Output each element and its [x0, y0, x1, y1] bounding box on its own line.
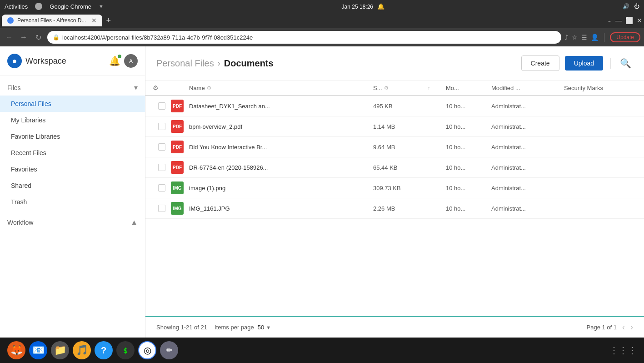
table-header-row: ⚙ Name ⚙ S... ⚙ ↑ Mo... Modified ...	[145, 81, 644, 96]
breadcrumb-current: Documents	[224, 58, 274, 69]
search-icon[interactable]: 🔍	[618, 56, 633, 71]
col-modified-label: Modified ...	[491, 85, 520, 91]
row-checkbox[interactable]	[153, 143, 171, 151]
row-checkbox[interactable]	[153, 123, 171, 130]
restore-icon[interactable]: ⬜	[625, 17, 633, 24]
url-text: localhost:4200/#/personal-files/8b732a89…	[62, 34, 253, 41]
checkbox-icon	[158, 184, 165, 192]
file-type-icon: IMG	[171, 202, 184, 215]
col-security-header[interactable]: Security Marks	[564, 85, 637, 91]
per-page-select[interactable]: 50 ▼	[258, 324, 271, 331]
sidebar-item-trash[interactable]: Trash	[0, 194, 145, 210]
taskbar-editor[interactable]: ✏	[160, 341, 178, 359]
forward-button[interactable]: →	[18, 33, 29, 41]
file-type-icon: PDF	[171, 120, 184, 133]
avatar[interactable]: A	[124, 54, 138, 68]
file-modified-ago-cell: 10 ho...	[446, 205, 491, 212]
file-size-cell: 495 KB	[373, 103, 428, 110]
taskbar-grid-icon[interactable]: ⋮⋮⋮	[609, 345, 637, 356]
os-power-icon[interactable]: ⏻	[634, 3, 639, 10]
row-checkbox[interactable]	[153, 205, 171, 212]
share-icon[interactable]: ⤴	[565, 34, 568, 41]
update-button[interactable]: Update	[610, 32, 640, 42]
tab-list-chevron[interactable]: ⌄	[607, 17, 612, 24]
file-modifier-cell: Administrat...	[491, 205, 564, 212]
minimize-icon[interactable]: —	[615, 17, 622, 24]
taskbar-audio[interactable]: 🎵	[73, 341, 91, 359]
workspace-logo: ●	[7, 54, 22, 68]
col-modified-header[interactable]: Modified ...	[491, 85, 564, 91]
prev-page-button[interactable]: ‹	[622, 323, 625, 332]
sidebar-item-favorite-libraries[interactable]: Favorite Libraries	[0, 128, 145, 145]
profile-icon[interactable]: 👤	[591, 34, 599, 41]
sidebar: ● Workspace 🔔 A Files ▾ Personal Files	[0, 46, 145, 338]
upload-button[interactable]: Upload	[565, 56, 603, 71]
checkbox-icon	[158, 123, 165, 130]
url-bar[interactable]: 🔒 localhost:4200/#/personal-files/8b732a…	[47, 31, 561, 44]
active-tab[interactable]: Personal Files - Alfresco D... ✕	[2, 15, 102, 26]
back-button[interactable]: ←	[4, 33, 15, 41]
sidebar-item-recent-files[interactable]: Recent Files	[0, 145, 145, 161]
taskbar-file-manager[interactable]: 📁	[51, 341, 69, 359]
taskbar-thunderbird[interactable]: 📧	[29, 341, 47, 359]
extensions-icon[interactable]: ☰	[581, 34, 587, 41]
sidebar-item-my-libraries[interactable]: My Libraries	[0, 112, 145, 128]
os-bell-icon[interactable]: 🔔	[377, 3, 384, 10]
pagination-right: Page 1 of 1 ‹ ›	[587, 323, 634, 332]
editor-icon: ✏	[166, 345, 173, 355]
col-size-header[interactable]: S... ⚙	[373, 85, 428, 91]
file-modified-ago-cell: 10 ho...	[446, 123, 491, 130]
sidebar-item-shared[interactable]: Shared	[0, 177, 145, 194]
breadcrumb-parent-link[interactable]: Personal Files	[156, 58, 214, 69]
sidebar-item-favorites[interactable]: Favorites	[0, 161, 145, 177]
files-section-header[interactable]: Files ▾	[0, 80, 145, 96]
col-security-label: Security Marks	[564, 85, 603, 91]
taskbar-terminal[interactable]: $	[116, 341, 135, 359]
taskbar-help[interactable]: ?	[95, 341, 113, 359]
file-modifier-cell: Administrat...	[491, 103, 564, 110]
row-checkbox[interactable]	[153, 102, 171, 110]
table-row[interactable]: PDF Datasheet_DYK1_Search an... 495 KB 1…	[145, 96, 644, 116]
bookmark-icon[interactable]: ☆	[572, 34, 578, 41]
reload-button[interactable]: ↻	[33, 33, 44, 42]
taskbar-firefox[interactable]: 🦊	[7, 341, 25, 359]
close-icon[interactable]: ✕	[637, 17, 642, 24]
files-section: Files ▾ Personal Files My Libraries Favo…	[0, 76, 145, 214]
workspace-logo-icon: ●	[12, 56, 17, 66]
checkbox-icon	[158, 205, 165, 212]
table-row[interactable]: PDF DR-67734-en (2020-158926... 65.44 KB…	[145, 157, 644, 178]
file-name-cell: Datasheet_DYK1_Search an...	[189, 103, 373, 110]
os-browser-label[interactable]: Google Chrome	[50, 3, 91, 10]
shared-label: Shared	[11, 182, 31, 189]
divider	[604, 33, 604, 42]
file-size-cell: 9.64 MB	[373, 144, 428, 151]
row-checkbox[interactable]	[153, 184, 171, 192]
taskbar: 🦊 📧 📁 🎵 ? $ ◎ ✏ ⋮⋮⋮	[0, 338, 644, 363]
col-sort-header[interactable]: ↑	[428, 85, 446, 91]
table-row[interactable]: PDF bpm-overview_2.pdf 1.14 MB 10 ho... …	[145, 116, 644, 137]
bell-icon-wrap[interactable]: 🔔	[109, 55, 120, 66]
sidebar-item-personal-files[interactable]: Personal Files	[0, 96, 145, 112]
workflow-section[interactable]: Workflow ▲	[0, 214, 145, 231]
table-row[interactable]: IMG IMG_1161.JPG 2.26 MB 10 ho... Admini…	[145, 198, 644, 219]
table-row[interactable]: PDF Did You Know Interactive Br... 9.64 …	[145, 137, 644, 157]
file-manager-icon: 📁	[54, 344, 66, 356]
file-modifier-cell: Administrat...	[491, 123, 564, 130]
file-name-cell: image (1).png	[189, 185, 373, 192]
activities-label[interactable]: Activities	[5, 3, 28, 10]
next-page-button[interactable]: ›	[630, 323, 633, 332]
my-libraries-label: My Libraries	[11, 116, 45, 124]
terminal-icon: $	[123, 346, 128, 355]
row-checkbox[interactable]	[153, 164, 171, 171]
col-modified-by-header[interactable]: Mo...	[446, 85, 491, 91]
taskbar-chrome[interactable]: ◎	[138, 341, 156, 359]
app-container: ● Workspace 🔔 A Files ▾ Personal Files	[0, 46, 644, 338]
tab-close-button[interactable]: ✕	[91, 17, 97, 24]
table-row[interactable]: IMG image (1).png 309.73 KB 10 ho... Adm…	[145, 178, 644, 198]
col-filter-icon[interactable]: ⚙	[153, 84, 171, 91]
new-tab-button[interactable]: +	[106, 16, 111, 25]
favorite-libraries-label: Favorite Libraries	[11, 133, 60, 140]
create-button[interactable]: Create	[521, 55, 559, 71]
os-volume-icon[interactable]: 🔊	[623, 3, 629, 10]
col-name-header[interactable]: Name ⚙	[189, 85, 373, 91]
